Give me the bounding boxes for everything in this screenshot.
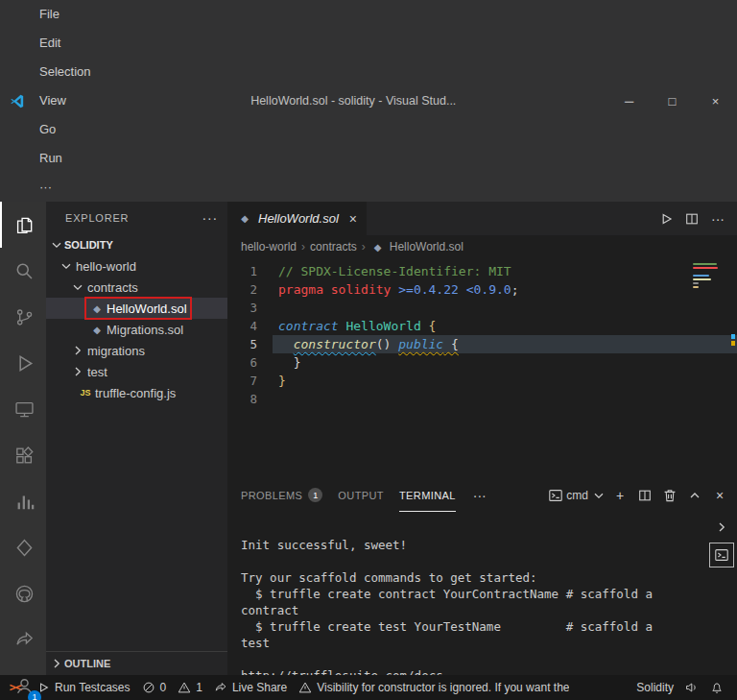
menu-edit[interactable]: Edit [31, 29, 99, 58]
close-panel-button[interactable]: × [708, 484, 731, 507]
tree-item-migrations-sol[interactable]: ◆Migrations.sol [46, 319, 227, 340]
status-run-testcases[interactable]: Run Testcases [31, 675, 136, 700]
section-solidity[interactable]: SOLIDITY [46, 234, 227, 255]
status-label: 1 [196, 681, 202, 694]
chevron-down-icon [49, 237, 64, 253]
minimap[interactable] [693, 263, 722, 294]
line-text [273, 390, 737, 408]
line-number: 8 [227, 390, 273, 408]
status-warnings[interactable]: 1 [172, 675, 208, 700]
tree-item-helloworld-sol[interactable]: ◆HelloWorld.sol [46, 298, 227, 319]
breadcrumb-label: contracts [310, 240, 357, 253]
line-text: } [273, 353, 737, 372]
new-terminal-button[interactable]: + [608, 484, 631, 507]
explorer-more-button[interactable]: ··· [202, 210, 218, 226]
breadcrumb-helloworld-sol[interactable]: ◆HelloWorld.sol [370, 239, 464, 254]
chevron-right-icon [70, 343, 85, 358]
close-button[interactable]: × [694, 86, 737, 115]
menu-more[interactable]: ··· [31, 173, 99, 202]
tree-item-hello-world[interactable]: hello-world [46, 255, 227, 277]
github-icon [13, 583, 36, 605]
activity-github[interactable] [0, 570, 46, 616]
solidity-icon: ◆ [370, 239, 386, 254]
more-actions-button[interactable]: ··· [706, 207, 729, 230]
activity-run-and-debug[interactable] [0, 340, 46, 386]
activity-search[interactable] [0, 248, 46, 294]
terminal-tabs-toggle-button[interactable] [710, 516, 733, 539]
tree-item-migrations[interactable]: migrations [46, 340, 227, 361]
status-bar-left: ><Run Testcases01Live ShareVisibility fo… [0, 675, 630, 700]
status-live-share[interactable]: Live Share [208, 675, 293, 700]
terminal-side-bar [705, 512, 737, 675]
chevron-down-icon [591, 488, 606, 503]
tree-item-contracts[interactable]: contracts [46, 277, 227, 298]
activity-extensions[interactable] [0, 432, 46, 478]
line-number: 6 [227, 353, 273, 372]
panel-actions: cmd+× [548, 484, 731, 507]
panel-tab-problems[interactable]: PROBLEMS1 [241, 479, 322, 512]
line-number: 2 [227, 280, 273, 299]
chart-icon [13, 491, 36, 513]
menu-go[interactable]: Go [31, 115, 99, 144]
status-feedback[interactable] [679, 675, 704, 700]
tab-close-icon[interactable]: × [349, 211, 357, 227]
line-text: pragma solidity >=0.4.22 <0.9.0; [273, 280, 737, 299]
feedback-icon [685, 681, 699, 694]
section-solidity-label: SOLIDITY [64, 239, 113, 251]
menu-file[interactable]: File [31, 0, 99, 29]
shell-selector-button[interactable]: cmd [548, 484, 606, 507]
code-editor[interactable]: 1// SPDX-License-Identifier: MIT2pragma … [227, 258, 737, 479]
activity-remote-explorer[interactable] [0, 386, 46, 432]
tree-item-content: contracts [67, 278, 141, 297]
activity-source-control[interactable] [0, 294, 46, 340]
activity-blockchain[interactable] [0, 524, 46, 570]
vscode-window: FileEditSelectionViewGoRun··· HelloWorld… [0, 0, 737, 700]
status-errors[interactable]: 0 [136, 675, 173, 700]
terminal-instance-button[interactable] [710, 543, 733, 567]
terminal-line: test [241, 635, 705, 651]
editor-column: ◆ HelloWorld.sol × ··· hello-world›contr… [227, 202, 737, 675]
extensions-icon [13, 445, 36, 467]
activity-live-share[interactable] [0, 616, 46, 663]
panel-tab-terminal[interactable]: TERMINAL [399, 479, 456, 512]
tree-item-label: migrations [87, 344, 145, 358]
menu-bar: FileEditSelectionViewGoRun··· [31, 0, 99, 202]
minimize-button[interactable]: ─ [607, 86, 651, 115]
panel-tabs-more-button[interactable]: ··· [473, 488, 487, 503]
status-solidity-warning[interactable]: Visibility for constructor is ignored. I… [293, 675, 575, 700]
menu-view[interactable]: View [31, 86, 99, 115]
kill-terminal-button[interactable] [658, 484, 681, 507]
terminal-text: test [241, 636, 270, 650]
menu-run[interactable]: Run [31, 144, 99, 173]
remote-icon [13, 398, 36, 421]
maximize-button[interactable]: □ [651, 86, 694, 115]
menu-selection[interactable]: Selection [31, 58, 99, 86]
maximize-panel-button[interactable] [683, 484, 706, 507]
tab-helloworld-sol[interactable]: ◆ HelloWorld.sol × [227, 202, 367, 235]
split-terminal-button[interactable] [633, 484, 656, 507]
breadcrumb-hello-world[interactable]: hello-world [241, 240, 297, 253]
solidity-file-icon: ◆ [237, 211, 252, 227]
activity-bar-bottom: 1 [0, 663, 46, 700]
line-text: } [273, 372, 737, 390]
run-file-button[interactable] [654, 207, 678, 230]
terminal-text: $ truffle create test YourTestName # sca… [241, 619, 653, 634]
tree-item-test[interactable]: test [46, 361, 227, 382]
tree-item-truffle-config-js[interactable]: JStruffle-config.js [46, 382, 227, 403]
bottom-panel: PROBLEMS1OUTPUTTERMINAL··· cmd+× Init su… [227, 479, 737, 675]
status-notifications[interactable] [704, 675, 729, 700]
split-editor-button[interactable] [680, 207, 703, 230]
activity-testing-stats[interactable] [0, 478, 46, 524]
breadcrumb-contracts[interactable]: contracts [310, 240, 357, 253]
activity-accounts[interactable]: 1 [0, 663, 46, 700]
code-line-3: 3 [227, 299, 737, 317]
terminal-line [241, 553, 705, 569]
solidity-icon: ◆ [89, 301, 105, 316]
panel-body: Init successful, sweet!Try our scaffold … [227, 512, 737, 675]
section-outline[interactable]: OUTLINE [46, 651, 227, 675]
terminal-icon [714, 547, 729, 563]
panel-tab-output[interactable]: OUTPUT [338, 479, 384, 512]
status-language-mode[interactable]: Solidity [630, 675, 679, 700]
terminal-output[interactable]: Init successful, sweet!Try our scaffold … [227, 512, 705, 675]
activity-explorer[interactable] [0, 202, 46, 248]
